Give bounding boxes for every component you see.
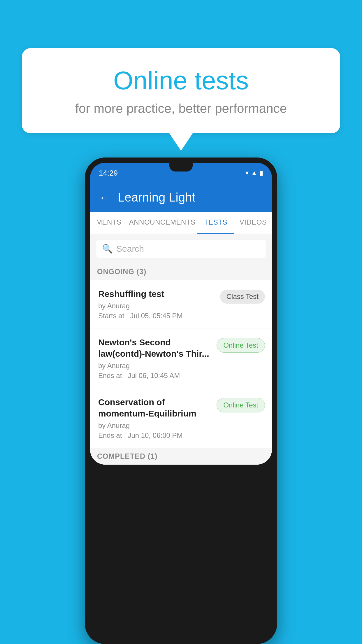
- bubble-subtitle: for more practice, better performance: [45, 101, 317, 116]
- test-time-newtons: Ends at Jul 06, 10:45 AM: [98, 372, 212, 380]
- search-container: 🔍 Search: [90, 234, 272, 263]
- test-item-reshuffling[interactable]: Reshuffling test by Anurag Starts at Jul…: [90, 280, 272, 328]
- back-button[interactable]: ←: [99, 191, 110, 204]
- ongoing-section-header: ONGOING (3): [90, 263, 272, 280]
- battery-icon: ▮: [260, 169, 263, 177]
- speech-bubble-section: Online tests for more practice, better p…: [22, 48, 340, 151]
- tab-announcements[interactable]: ANNOUNCEMENTS: [128, 212, 197, 234]
- test-name-reshuffling: Reshuffling test: [98, 288, 216, 300]
- test-time-value-1: Jul 06, 10:45 AM: [128, 372, 180, 379]
- completed-title: COMPLETED (1): [97, 452, 157, 460]
- search-box[interactable]: 🔍 Search: [96, 239, 266, 258]
- test-time-reshuffling: Starts at Jul 05, 05:45 PM: [98, 312, 216, 320]
- test-by-reshuffling: by Anurag: [98, 302, 216, 310]
- wifi-icon: ▾: [245, 169, 249, 177]
- bubble-title: Online tests: [45, 66, 317, 95]
- test-time-label-1: Ends at: [98, 372, 122, 379]
- tab-tests[interactable]: TESTS: [197, 212, 235, 234]
- speech-bubble: Online tests for more practice, better p…: [22, 48, 340, 133]
- search-placeholder-text: Search: [116, 244, 144, 254]
- badge-reshuffling: Class Test: [220, 290, 265, 304]
- signal-icon: ▲: [251, 169, 257, 177]
- search-icon: 🔍: [102, 244, 113, 254]
- bubble-arrow: [169, 133, 193, 151]
- test-item-newtons[interactable]: Newton's Second law(contd)-Newton's Thir…: [90, 328, 272, 388]
- phone-screen: ← Learning Light MENTS ANNOUNCEMENTS TES…: [90, 183, 272, 465]
- ongoing-title: ONGOING (3): [97, 267, 146, 276]
- phone-wrapper: 14:29 ▾ ▲ ▮ ← Learning Light MENTS ANNOU…: [22, 158, 340, 644]
- completed-section-header: COMPLETED (1): [90, 448, 272, 465]
- test-time-label-0: Starts at: [98, 312, 124, 320]
- test-time-label-2: Ends at: [98, 431, 122, 439]
- test-time-conservation: Ends at Jun 10, 06:00 PM: [98, 431, 212, 440]
- test-info-conservation: Conservation of momentum-Equilibrium by …: [98, 396, 217, 440]
- test-by-conservation: by Anurag: [98, 421, 212, 430]
- app-header: ← Learning Light: [90, 183, 272, 212]
- badge-newtons: Online Test: [217, 338, 265, 353]
- test-info-newtons: Newton's Second law(contd)-Newton's Thir…: [98, 337, 217, 380]
- test-name-newtons: Newton's Second law(contd)-Newton's Thir…: [98, 337, 212, 359]
- badge-conservation: Online Test: [217, 398, 265, 412]
- phone-frame: 14:29 ▾ ▲ ▮ ← Learning Light MENTS ANNOU…: [85, 158, 277, 644]
- test-time-value-0: Jul 05, 05:45 PM: [130, 312, 182, 320]
- test-info-reshuffling: Reshuffling test by Anurag Starts at Jul…: [98, 288, 220, 320]
- tab-ments[interactable]: MENTS: [90, 212, 128, 234]
- status-bar: 14:29 ▾ ▲ ▮: [90, 163, 272, 183]
- app-title: Learning Light: [118, 190, 195, 204]
- test-item-conservation[interactable]: Conservation of momentum-Equilibrium by …: [90, 388, 272, 448]
- test-name-conservation: Conservation of momentum-Equilibrium: [98, 396, 212, 419]
- tabs-bar: MENTS ANNOUNCEMENTS TESTS VIDEOS: [90, 212, 272, 234]
- test-by-newtons: by Anurag: [98, 362, 212, 370]
- phone-notch: [169, 163, 193, 172]
- tab-videos[interactable]: VIDEOS: [234, 212, 272, 234]
- status-icons: ▾ ▲ ▮: [245, 169, 263, 177]
- status-time: 14:29: [99, 169, 118, 178]
- test-time-value-2: Jun 10, 06:00 PM: [128, 431, 182, 439]
